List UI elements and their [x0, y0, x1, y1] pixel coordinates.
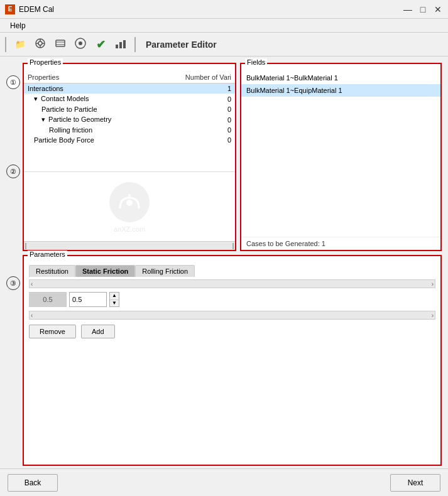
row-label: Particle to Particle — [24, 104, 157, 114]
window-title: EDEM Cal — [19, 5, 54, 14]
circle-marker-3: ③ — [6, 276, 20, 290]
media-icon — [74, 37, 87, 51]
row-label: ▾ Contact Models — [24, 94, 157, 104]
properties-panel: Properties Properties Number of Vari I — [23, 63, 236, 251]
h-scrollbar[interactable] — [24, 241, 235, 250]
svg-point-10 — [79, 41, 82, 45]
svg-point-16 — [126, 200, 133, 206]
layers-icon — [54, 37, 67, 51]
svg-rect-12 — [119, 42, 122, 48]
fields-list: BulkMaterial 1~BulkMaterial 1 BulkMateri… — [241, 72, 440, 237]
network-icon — [34, 37, 46, 51]
arrow-icon: ▾ — [34, 95, 38, 102]
params-top-scrollbar[interactable]: ‹ › — [29, 279, 435, 288]
params-edit-input[interactable] — [69, 292, 107, 307]
toolbar: 📁 — [0, 33, 448, 57]
circle-marker-2: ② — [6, 164, 20, 178]
table-row[interactable]: Rolling friction 0 — [24, 125, 235, 135]
table-row[interactable]: Particle Body Force 0 — [24, 135, 235, 145]
toolbar-label: Parameter Editor — [146, 40, 217, 50]
check-icon: ✔ — [96, 38, 106, 51]
properties-panel-title: Properties — [28, 58, 63, 66]
menu-bar: Help — [0, 19, 448, 33]
svg-rect-6 — [56, 40, 65, 46]
row-value: 1 — [157, 84, 235, 94]
table-row[interactable]: ▾ Particle to Geometry 0 — [24, 114, 235, 125]
col-number: Number of Vari — [157, 72, 235, 84]
folder-icon: 📁 — [15, 40, 26, 49]
fields-panel: Fields BulkMaterial 1~BulkMaterial 1 Bul… — [240, 63, 442, 251]
row-label: Interactions — [24, 84, 157, 94]
add-button[interactable]: Add — [81, 325, 115, 338]
params-input-row: ▲ ▼ — [29, 292, 435, 307]
title-bar: E EDEM Cal — □ ✕ — [0, 0, 448, 19]
layers-button[interactable] — [52, 36, 69, 53]
row-value: 0 — [157, 114, 235, 125]
parameters-panel: Parameters Restitution Static Friction R… — [23, 255, 442, 466]
restitution-tab[interactable]: Restitution — [29, 265, 75, 277]
static-friction-tab[interactable]: Static Friction — [75, 265, 135, 277]
help-menu[interactable]: Help — [5, 20, 31, 31]
cases-footer: Cases to be Generated: 1 — [241, 237, 440, 250]
table-row[interactable]: ▾ Contact Models 0 — [24, 94, 235, 104]
table-row[interactable]: Interactions 1 — [24, 84, 235, 94]
field-item-selected[interactable]: BulkMaterial 1~EquipMaterial 1 — [241, 84, 440, 97]
remove-button[interactable]: Remove — [29, 325, 76, 338]
spinner-up-button[interactable]: ▲ — [110, 293, 119, 300]
parameters-panel-title: Parameters — [28, 251, 67, 258]
check-button[interactable]: ✔ — [92, 36, 109, 53]
circle-marker-1: ① — [6, 75, 20, 89]
row-label: Particle Body Force — [24, 135, 157, 145]
back-button[interactable]: Back — [8, 474, 58, 492]
rolling-friction-tab[interactable]: Rolling Friction — [135, 265, 195, 277]
close-button[interactable]: ✕ — [433, 4, 443, 14]
row-value: 0 — [157, 94, 235, 104]
maximize-button[interactable]: □ — [418, 4, 428, 14]
params-spinner[interactable]: ▲ ▼ — [109, 292, 119, 307]
row-value: 0 — [157, 104, 235, 114]
row-value: 0 — [157, 135, 235, 145]
table-row[interactable]: Particle to Particle 0 — [24, 104, 235, 114]
params-tabs: Restitution Static Friction Rolling Fric… — [29, 265, 435, 277]
svg-rect-11 — [116, 45, 118, 48]
chart-icon — [114, 37, 127, 51]
field-item[interactable]: BulkMaterial 1~BulkMaterial 1 — [241, 72, 440, 84]
params-actions: Remove Add — [29, 325, 435, 338]
minimize-button[interactable]: — — [403, 4, 413, 14]
arrow-icon: ▾ — [41, 116, 45, 123]
network-button[interactable] — [31, 36, 49, 53]
col-properties: Properties — [24, 72, 157, 84]
bottom-bar: Back Next — [0, 468, 448, 496]
watermark: anXZ.com — [107, 180, 151, 233]
app-icon: E — [5, 4, 15, 14]
row-value: 0 — [157, 125, 235, 135]
folder-button[interactable]: 📁 — [11, 36, 29, 53]
svg-point-1 — [38, 41, 42, 45]
row-label: ▾ Particle to Geometry — [24, 114, 157, 125]
next-button[interactable]: Next — [390, 474, 440, 492]
fields-panel-title: Fields — [245, 58, 267, 66]
spinner-down-button[interactable]: ▼ — [110, 300, 119, 307]
row-label: Rolling friction — [24, 125, 157, 135]
params-readonly-input — [29, 292, 67, 307]
svg-rect-13 — [123, 40, 126, 48]
params-bottom-scrollbar[interactable]: ‹ › — [29, 311, 435, 320]
chart-button[interactable] — [112, 36, 129, 53]
media-button[interactable] — [72, 36, 89, 53]
